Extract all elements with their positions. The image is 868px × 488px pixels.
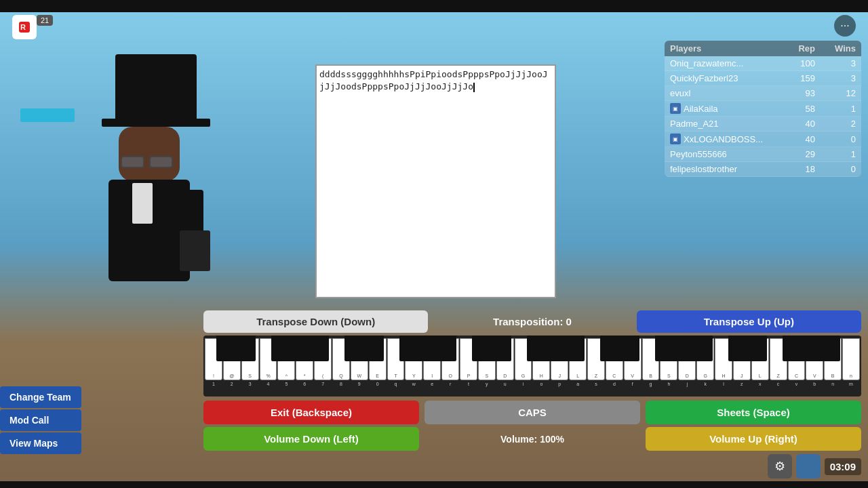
leaderboard-row: ▣ AilaKaila 58 1 [665, 101, 861, 117]
piano-white-key[interactable]: ! [205, 338, 222, 380]
mod-call-button[interactable]: Mod Call [0, 409, 81, 431]
bottom-bar [0, 481, 868, 488]
piano-key-label: b [806, 382, 823, 386]
player-rep: 159 [774, 73, 815, 83]
piano-key-label: 5 [277, 382, 295, 386]
piano-white-key[interactable]: O [441, 338, 459, 380]
player-rep: 93 [774, 88, 815, 98]
piano-white-key[interactable]: V [624, 338, 642, 380]
piano-white-key[interactable]: P [460, 338, 477, 380]
leaderboard-panel: Players Rep Wins Oniq_razwatemc... 100 3… [665, 41, 861, 177]
piano-white-key[interactable]: S [478, 338, 496, 380]
player-rep: 58 [774, 104, 815, 114]
piano-white-key[interactable]: B [642, 338, 660, 380]
leaderboard-rows: Oniq_razwatemc... 100 3 QuicklyFazberl23… [665, 56, 861, 177]
piano-keys-wrapper: !@S%^*(QWETYIOPSDGHJLZCVBSDGHJLZCVBn 123… [203, 336, 861, 396]
leaderboard-row: QuicklyFazberl23 159 3 [665, 71, 861, 86]
volume-up-button[interactable]: Volume Up (Right) [646, 427, 861, 451]
change-team-button[interactable]: Change Team [0, 386, 81, 408]
gear-icon: ⚙ [774, 459, 785, 474]
piano-white-key[interactable]: I [423, 338, 441, 380]
player-avatar[interactable] [796, 454, 821, 479]
piano-key-label: p [551, 382, 568, 386]
piano-white-key[interactable]: S [241, 338, 259, 380]
water-element [20, 108, 75, 122]
piano-white-key[interactable]: C [606, 338, 623, 380]
player-username: QuicklyFazberl23 [670, 73, 738, 83]
view-maps-button[interactable]: View Maps [0, 432, 81, 454]
volume-down-button[interactable]: Volume Down (Left) [203, 427, 419, 451]
player-wins: 3 [815, 58, 856, 68]
svg-text:R: R [20, 23, 26, 31]
piano-key-label: 9 [351, 382, 368, 386]
player-wins: 1 [815, 104, 856, 114]
piano-key-label: y [478, 382, 496, 386]
piano-white-key[interactable]: J [733, 338, 751, 380]
transpose-down-button[interactable]: Transpose Down (Down) [203, 310, 428, 333]
ellipsis-icon: ··· [840, 20, 849, 32]
piano-key-label: s [587, 382, 605, 386]
piano-white-key[interactable]: V [806, 338, 823, 380]
piano-key-label: r [441, 382, 459, 386]
piano-white-key[interactable]: C [788, 338, 806, 380]
player-username: felipeslostbrother [670, 164, 737, 174]
piano-white-key[interactable]: H [715, 338, 732, 380]
exit-button[interactable]: Exit (Backspace) [203, 401, 419, 424]
piano-white-key[interactable]: ( [314, 338, 332, 380]
piano-white-key[interactable]: S [660, 338, 677, 380]
piano-white-key[interactable]: G [515, 338, 532, 380]
player-name: Padme_A21 [670, 119, 774, 129]
notes-content: ddddsssgggghhhhhsPpiPpioodsPpppsPpoJjJjJ… [319, 68, 552, 93]
piano-white-key[interactable]: E [369, 338, 387, 380]
rep-column-header: Rep [774, 43, 815, 54]
piano-key-label: z [733, 382, 751, 386]
caps-button[interactable]: CAPS [425, 401, 640, 424]
piano-white-key[interactable]: T [387, 338, 405, 380]
piano-white-key[interactable]: L [569, 338, 587, 380]
notification-badge[interactable]: 21 [37, 15, 53, 26]
player-name: QuicklyFazberl23 [670, 73, 774, 83]
piano-white-key[interactable]: H [532, 338, 550, 380]
leaderboard-row: Oniq_razwatemc... 100 3 [665, 56, 861, 71]
player-name: felipeslostbrother [670, 164, 774, 174]
piano-white-key[interactable]: Q [332, 338, 350, 380]
left-side-buttons: Change Team Mod Call View Maps [0, 386, 81, 454]
volume-display: Volume: 100% [425, 434, 640, 445]
piano-white-key[interactable]: @ [223, 338, 241, 380]
player-wins: 3 [815, 73, 856, 83]
piano-key-label: c [770, 382, 787, 386]
piano-key-label: d [606, 382, 623, 386]
roblox-icon[interactable]: R [12, 15, 37, 39]
piano-white-key[interactable]: ^ [277, 338, 295, 380]
sheets-button[interactable]: Sheets (Space) [646, 401, 861, 424]
piano-key-label: n [824, 382, 842, 386]
piano-white-keys-row: !@S%^*(QWETYIOPSDGHJLZCVBSDGHJLZCVBn [205, 338, 860, 380]
piano-key-label: 8 [332, 382, 350, 386]
piano-key-label: t [460, 382, 477, 386]
piano-white-key[interactable]: D [678, 338, 696, 380]
piano-key-label: e [423, 382, 441, 386]
piano-white-key[interactable]: Z [770, 338, 787, 380]
piano-white-key[interactable]: D [496, 338, 514, 380]
piano-white-key[interactable]: W [351, 338, 368, 380]
piano-white-key[interactable]: Z [587, 338, 605, 380]
piano-key-label: x [751, 382, 769, 386]
piano-white-key[interactable]: G [696, 338, 714, 380]
piano-key-label: h [660, 382, 677, 386]
piano-white-key[interactable]: L [751, 338, 769, 380]
piano-white-key[interactable]: J [551, 338, 568, 380]
players-column-header: Players [670, 43, 774, 54]
piano-keys[interactable]: !@S%^*(QWETYIOPSDGHJLZCVBSDGHJLZCVBn [205, 338, 860, 380]
piano-white-key[interactable]: % [260, 338, 277, 380]
piano-white-key[interactable]: n [842, 338, 860, 380]
piano-key-label: f [624, 382, 642, 386]
transpose-up-button[interactable]: Transpose Up (Up) [637, 310, 861, 333]
more-options-button[interactable]: ··· [834, 15, 856, 37]
settings-button[interactable]: ⚙ [768, 454, 792, 479]
piano-white-key[interactable]: * [296, 338, 313, 380]
leaderboard-row: evuxl 93 12 [665, 86, 861, 101]
player-name: ▣ AilaKaila [670, 103, 774, 114]
piano-white-key[interactable]: Y [405, 338, 422, 380]
player-username: AilaKaila [684, 104, 718, 114]
piano-white-key[interactable]: B [824, 338, 842, 380]
